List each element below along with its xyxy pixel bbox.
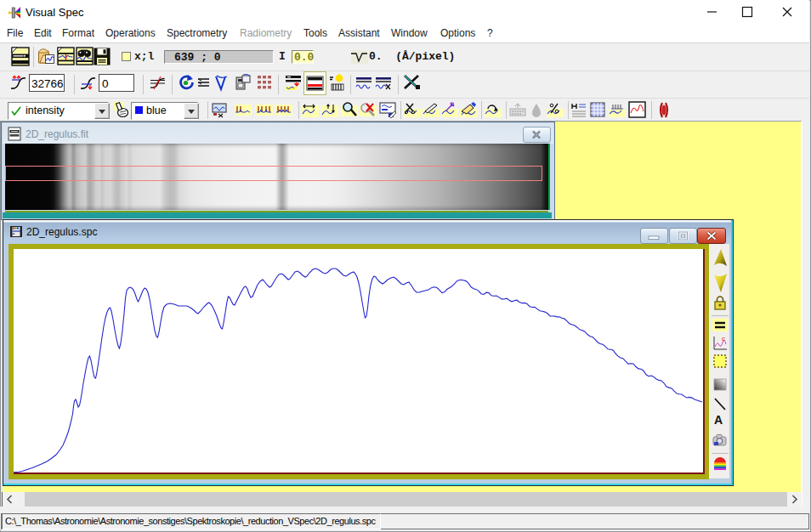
svg-text:c: c [722,335,725,342]
